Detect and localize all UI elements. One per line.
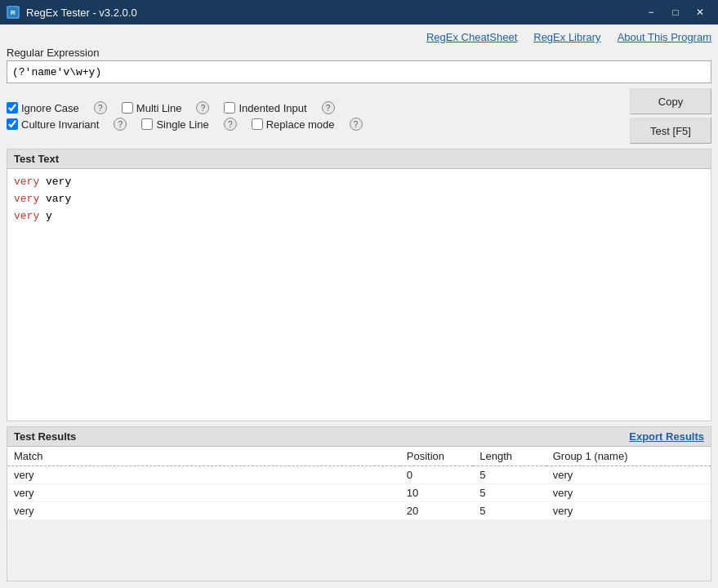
cell-group1: very (546, 502, 711, 520)
culture-invariant-help[interactable]: ? (114, 118, 127, 131)
cheatsheet-link[interactable]: RegEx CheatSheet (426, 31, 517, 43)
single-line-label: Single Line (156, 118, 208, 131)
ignore-case-help[interactable]: ? (94, 101, 107, 114)
match-1: very (14, 176, 39, 188)
test-line-3: very y (14, 208, 704, 225)
col-position-header: Position (400, 447, 473, 466)
ignore-case-label: Ignore Case (21, 102, 79, 114)
single-line-help[interactable]: ? (224, 118, 237, 131)
table-row: very 0 5 very (7, 466, 711, 484)
cell-position: 10 (400, 484, 473, 502)
col-group1-header: Group 1 (name) (546, 447, 711, 466)
close-button[interactable]: ✕ (689, 3, 711, 21)
indented-input-option[interactable]: Indented Input (224, 102, 306, 114)
app-icon: R (7, 6, 20, 19)
indented-input-help[interactable]: ? (322, 101, 335, 114)
multi-line-checkbox[interactable] (122, 102, 133, 114)
results-table-wrapper: Match Position Length Group 1 (name) ver… (7, 447, 711, 581)
test-line-1: very very (14, 174, 704, 191)
cell-group1: very (546, 484, 711, 502)
options-row: Ignore Case ? Multi Line ? Indented Inpu… (7, 88, 711, 144)
ignore-case-checkbox[interactable] (7, 102, 18, 114)
cell-length: 5 (473, 484, 546, 502)
replace-mode-checkbox[interactable] (252, 118, 263, 130)
match-3: very (14, 210, 39, 222)
indented-input-label: Indented Input (239, 102, 306, 114)
table-row: very 10 5 very (7, 484, 711, 502)
replace-mode-option[interactable]: Replace mode (252, 118, 335, 131)
options-line-2: Culture Invariant ? Single Line ? Replac… (7, 118, 620, 131)
test-text-panel: Test Text very very very vary very y (7, 149, 711, 421)
top-section: RegEx CheatSheet RegEx Library About Thi… (7, 31, 711, 144)
cell-match: very (7, 466, 400, 484)
culture-invariant-label: Culture Invariant (21, 118, 99, 131)
results-tbody: very 0 5 very very 10 5 very very 20 5 v… (7, 466, 711, 520)
maximize-button[interactable]: □ (664, 3, 687, 21)
nav-bar: RegEx CheatSheet RegEx Library About Thi… (7, 31, 711, 47)
app-title: RegEx Tester - v3.2.0.0 (26, 7, 137, 19)
multi-line-help[interactable]: ? (196, 101, 209, 114)
results-table: Match Position Length Group 1 (name) ver… (7, 447, 711, 520)
ignore-case-option[interactable]: Ignore Case (7, 102, 79, 114)
results-section: Test Results Export Results Match Positi… (7, 426, 711, 581)
window-controls: − □ ✕ (640, 3, 711, 21)
cell-match: very (7, 484, 400, 502)
col-match-header: Match (7, 447, 400, 466)
title-bar: R RegEx Tester - v3.2.0.0 − □ ✕ (0, 0, 718, 24)
about-link[interactable]: About This Program (618, 31, 711, 43)
cell-length: 5 (473, 466, 546, 484)
test-button[interactable]: Test [F5] (630, 118, 711, 144)
action-buttons: Copy Test [F5] (630, 88, 711, 144)
culture-invariant-checkbox[interactable] (7, 118, 18, 130)
export-results-link[interactable]: Export Results (629, 430, 704, 443)
col-length-header: Length (473, 447, 546, 466)
test-line-2: very vary (14, 191, 704, 208)
regex-input[interactable] (7, 60, 711, 83)
match-2: very (14, 193, 39, 205)
single-line-checkbox[interactable] (141, 118, 153, 130)
minimize-button[interactable]: − (640, 3, 662, 21)
copy-button[interactable]: Copy (630, 88, 711, 114)
title-bar-left: R RegEx Tester - v3.2.0.0 (7, 6, 137, 19)
cell-position: 20 (400, 502, 473, 520)
table-row: very 20 5 very (7, 502, 711, 520)
culture-invariant-option[interactable]: Culture Invariant (7, 118, 99, 131)
library-link[interactable]: RegEx Library (533, 31, 600, 43)
cell-match: very (7, 502, 400, 520)
multi-line-label: Multi Line (136, 102, 182, 114)
cell-position: 0 (400, 466, 473, 484)
results-header: Test Results Export Results (7, 427, 711, 447)
multi-line-option[interactable]: Multi Line (122, 102, 182, 114)
main-content: RegEx CheatSheet RegEx Library About Thi… (0, 24, 718, 588)
options-line-1: Ignore Case ? Multi Line ? Indented Inpu… (7, 101, 620, 114)
cell-length: 5 (473, 502, 546, 520)
regex-label: Regular Expression (7, 47, 711, 59)
replace-mode-label: Replace mode (266, 118, 335, 131)
svg-text:R: R (11, 9, 16, 16)
single-line-option[interactable]: Single Line (141, 118, 208, 131)
table-header-row: Match Position Length Group 1 (name) (7, 447, 711, 466)
indented-input-checkbox[interactable] (224, 102, 235, 114)
cell-group1: very (546, 466, 711, 484)
test-text-display[interactable]: very very very vary very y (7, 169, 711, 421)
options-left: Ignore Case ? Multi Line ? Indented Inpu… (7, 101, 620, 131)
replace-mode-help[interactable]: ? (350, 118, 363, 131)
results-title: Test Results (14, 430, 76, 443)
test-text-header: Test Text (7, 149, 711, 169)
